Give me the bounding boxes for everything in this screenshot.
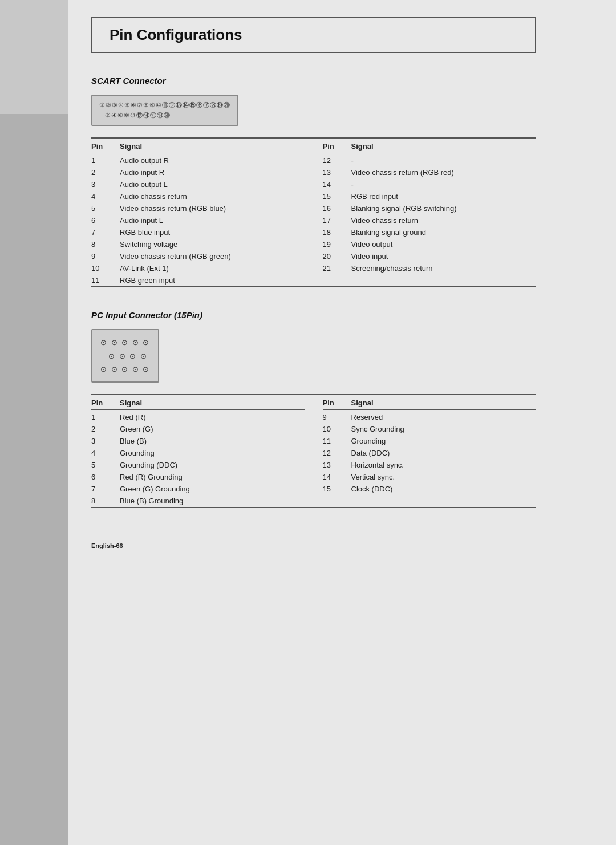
pc-pin-table: Pin Signal 1Red (R) 2Green (G) 3Blue (B)… xyxy=(91,394,536,508)
table-row: 15RGB red input xyxy=(323,190,537,202)
table-row: 8Switching voltage xyxy=(91,238,305,250)
table-row: 2Audio input R xyxy=(91,166,305,178)
page-footer: English-66 xyxy=(91,542,536,549)
table-row: 11RGB green input xyxy=(91,274,305,286)
table-row: 10Sync Grounding xyxy=(323,423,537,435)
scart-left-pins: Pin Signal 1Audio output R 2Audio input … xyxy=(91,139,311,286)
table-row: 20Video input xyxy=(323,250,537,262)
main-content: Pin Configurations SCART Connector ①②③④⑤… xyxy=(68,0,616,845)
table-row: 19Video output xyxy=(323,238,537,250)
table-row: 10AV-Link (Ext 1) xyxy=(91,262,305,274)
table-row: 7Green (G) Grounding xyxy=(91,483,305,495)
table-row: 12Data (DDC) xyxy=(323,447,537,459)
pc-diagram-row1: ⊙ ⊙ ⊙ ⊙ ⊙ xyxy=(100,336,150,349)
table-row: 14- xyxy=(323,178,537,190)
pc-right-header: Pin Signal xyxy=(323,395,537,410)
scart-section: SCART Connector ①②③④⑤⑥⑦⑧⑨⑩⑪⑫⑬⑭⑮⑯⑰⑱⑲⑳ ②④⑥… xyxy=(91,76,536,287)
table-row: 4Audio chassis return xyxy=(91,190,305,202)
pc-diagram-row3: ⊙ ⊙ ⊙ ⊙ ⊙ xyxy=(100,363,150,376)
pc-section-title: PC Input Connector (15Pin) xyxy=(91,310,536,320)
pc-right-header-signal: Signal xyxy=(351,399,374,407)
table-row: 16Blanking signal (RGB switching) xyxy=(323,202,537,214)
pc-connector-diagram: ⊙ ⊙ ⊙ ⊙ ⊙ ⊙ ⊙ ⊙ ⊙ ⊙ ⊙ ⊙ ⊙ ⊙ xyxy=(91,329,159,383)
table-row: 17Video chassis return xyxy=(323,214,537,226)
pc-left-pins: Pin Signal 1Red (R) 2Green (G) 3Blue (B)… xyxy=(91,395,311,507)
sidebar-top-decoration xyxy=(0,0,68,114)
scart-pin-table: Pin Signal 1Audio output R 2Audio input … xyxy=(91,137,536,287)
table-row: 13Horizontal sync. xyxy=(323,459,537,471)
table-row: 3Audio output L xyxy=(91,178,305,190)
table-row: 14Vertical sync. xyxy=(323,471,537,483)
scart-left-header: Pin Signal xyxy=(91,139,305,153)
content-inner: Pin Configurations SCART Connector ①②③④⑤… xyxy=(68,0,570,583)
scart-right-pins: Pin Signal 12- 13Video chassis return (R… xyxy=(311,139,537,286)
table-row: 7RGB blue input xyxy=(91,226,305,238)
scart-right-header: Pin Signal xyxy=(323,139,537,153)
table-row: 9Reserved xyxy=(323,411,537,423)
scart-diagram-row2: ②④⑥⑧⑩⑫⑭⑯⑱⑳ xyxy=(99,111,230,121)
table-row: 8Blue (B) Grounding xyxy=(91,495,305,507)
table-row: 2Green (G) xyxy=(91,423,305,435)
left-sidebar xyxy=(0,0,68,845)
scart-connector-diagram: ①②③④⑤⑥⑦⑧⑨⑩⑪⑫⑬⑭⑮⑯⑰⑱⑲⑳ ②④⑥⑧⑩⑫⑭⑯⑱⑳ xyxy=(91,95,238,126)
pc-diagram-row2: ⊙ ⊙ ⊙ ⊙ xyxy=(100,350,150,363)
table-row: 6Audio input L xyxy=(91,214,305,226)
scart-diagram-row1: ①②③④⑤⑥⑦⑧⑨⑩⑪⑫⑬⑭⑮⑯⑰⑱⑲⑳ xyxy=(99,100,230,111)
table-row: 5Grounding (DDC) xyxy=(91,459,305,471)
page-title-box: Pin Configurations xyxy=(91,17,536,53)
table-row: 9Video chassis return (RGB green) xyxy=(91,250,305,262)
pc-left-header-signal: Signal xyxy=(120,399,142,407)
page-title: Pin Configurations xyxy=(110,26,242,43)
scart-right-header-signal: Signal xyxy=(351,142,374,151)
scart-left-header-signal: Signal xyxy=(120,142,142,151)
pc-input-section: PC Input Connector (15Pin) ⊙ ⊙ ⊙ ⊙ ⊙ ⊙ ⊙… xyxy=(91,310,536,508)
table-row: 4Grounding xyxy=(91,447,305,459)
table-row: 15Clock (DDC) xyxy=(323,483,537,495)
table-row: 12- xyxy=(323,155,537,166)
table-row: 3Blue (B) xyxy=(91,435,305,447)
table-row: 5Video chassis return (RGB blue) xyxy=(91,202,305,214)
pc-right-pins: Pin Signal 9Reserved 10Sync Grounding 11… xyxy=(311,395,537,507)
scart-left-header-pin: Pin xyxy=(91,142,120,151)
page-wrapper: Pin Configurations SCART Connector ①②③④⑤… xyxy=(0,0,616,845)
table-row: 21Screening/chassis return xyxy=(323,262,537,274)
table-row: 1Audio output R xyxy=(91,155,305,166)
table-row: 1Red (R) xyxy=(91,411,305,423)
table-row: 6Red (R) Grounding xyxy=(91,471,305,483)
table-row: 13Video chassis return (RGB red) xyxy=(323,166,537,178)
pc-right-header-pin: Pin xyxy=(323,399,351,407)
pc-left-header: Pin Signal xyxy=(91,395,305,410)
scart-right-header-pin: Pin xyxy=(323,142,351,151)
table-row: 18Blanking signal ground xyxy=(323,226,537,238)
scart-section-title: SCART Connector xyxy=(91,76,536,86)
pc-left-header-pin: Pin xyxy=(91,399,120,407)
table-row: 11Grounding xyxy=(323,435,537,447)
